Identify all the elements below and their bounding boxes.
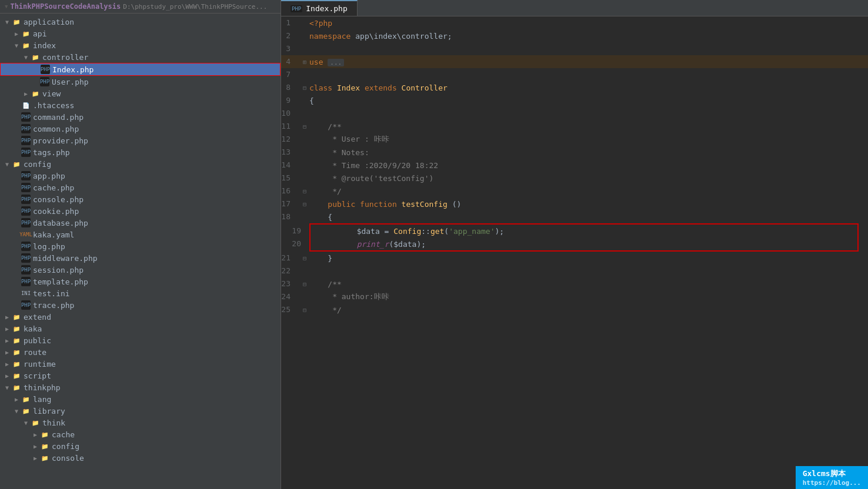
label-index: index (33, 41, 56, 50)
label-console-sub: console (52, 454, 84, 463)
code-line-15: 15 * @route('testConfig') (281, 172, 868, 185)
code-line-4: 4 ⊞ use ... (281, 55, 868, 68)
line-num-4: 4 (281, 55, 300, 68)
highlighted-code-block: 19 $data = Config::get('app_name'); 20 p… (309, 223, 859, 252)
tree-item-common-php[interactable]: PHP common.php (0, 123, 281, 135)
tree-item-index[interactable]: 📁 index (0, 39, 281, 51)
tree-item-config-sub[interactable]: 📁 config (0, 440, 281, 452)
folder-icon-public: 📁 (12, 336, 21, 345)
label-trace-php: trace.php (33, 301, 74, 310)
arrow-thinkphp (2, 384, 12, 391)
code-line-16: 16 ⊟ */ (281, 185, 868, 197)
label-view: view (42, 89, 61, 98)
tree-item-application[interactable]: 📁 application (0, 16, 281, 28)
tree-item-cookie-php[interactable]: PHP cookie.php (0, 205, 281, 217)
tree-item-extend[interactable]: 📁 extend (0, 311, 281, 323)
tree-item-library[interactable]: 📁 library (0, 405, 281, 417)
tree-item-log-php[interactable]: PHP log.php (0, 240, 281, 252)
line-content-2: namespace app\index\controller; (309, 32, 868, 41)
tree-item-public[interactable]: 📁 public (0, 334, 281, 346)
label-template-php: template.php (33, 277, 88, 286)
tree-item-trace-php[interactable]: PHP trace.php (0, 299, 281, 311)
line-num-14: 14 (281, 159, 300, 172)
tree-item-test-ini[interactable]: INI test.ini (0, 287, 281, 299)
line-num-2: 2 (281, 29, 300, 42)
arrow-script (2, 373, 12, 379)
code-line-13: 13 * Notes: (281, 146, 868, 159)
php-icon-console: PHP (21, 195, 31, 204)
code-line-24: 24 * author:咔咔 (281, 290, 868, 303)
line-content-4: use ... (309, 58, 868, 66)
tree-item-controller[interactable]: 📁 controller (0, 51, 281, 63)
yaml-icon-kaka: YAML (21, 230, 31, 239)
fold-21[interactable]: ⊟ (300, 255, 309, 262)
line-num-25: 25 (281, 303, 300, 316)
tab-index-php[interactable]: PHP Index.php (281, 0, 358, 16)
line-content-20: print_r($data); (320, 240, 857, 249)
fold-11[interactable]: ⊟ (300, 123, 309, 130)
tree-item-session-php[interactable]: PHP session.php (0, 264, 281, 276)
tree-item-database-php[interactable]: PHP database.php (0, 217, 281, 229)
fold-17[interactable]: ⊟ (300, 201, 309, 207)
tree-item-template-php[interactable]: PHP template.php (0, 276, 281, 287)
fold-23[interactable]: ⊟ (300, 281, 309, 287)
arrow-think (21, 420, 31, 426)
tree-item-api[interactable]: 📁 api (0, 28, 281, 39)
line-content-22 (309, 267, 868, 276)
label-index-php: Index.php (52, 65, 94, 74)
tree-item-console-sub[interactable]: 📁 console (0, 452, 281, 464)
label-config: config (24, 160, 51, 169)
tree-item-runtime[interactable]: 📁 runtime (0, 358, 281, 370)
label-config-sub: config (52, 442, 79, 451)
file-tree-sidebar[interactable]: ▼ ThinkPHPSourceCodeAnalysis D:\phpstudy… (0, 0, 281, 489)
line-num-13: 13 (281, 146, 300, 159)
php-icon-provider: PHP (21, 136, 31, 145)
arrow-public (2, 337, 12, 344)
code-content-area[interactable]: 1 <?php 2 namespace app\index\controller… (281, 16, 868, 489)
line-num-12: 12 (281, 133, 300, 146)
line-content-19: $data = Config::get('app_name'); (320, 227, 857, 236)
folder-icon-application: 📁 (12, 17, 21, 26)
label-route: route (24, 348, 46, 357)
tree-item-app-php[interactable]: PHP app.php (0, 170, 281, 182)
fold-16[interactable]: ⊟ (300, 188, 309, 195)
label-cookie-php: cookie.php (33, 207, 79, 216)
tree-item-cache-php[interactable]: PHP cache.php (0, 182, 281, 193)
php-icon-trace: PHP (21, 300, 31, 310)
tree-item-tags-php[interactable]: PHP tags.php (0, 146, 281, 158)
arrow-console-sub (31, 455, 40, 461)
tree-item-kaka-yaml[interactable]: YAML kaka.yaml (0, 229, 281, 240)
tree-item-htaccess[interactable]: 📄 .htaccess (0, 99, 281, 111)
fold-8[interactable]: ⊟ (300, 85, 309, 91)
folder-icon-script: 📁 (12, 371, 21, 380)
line-num-10: 10 (281, 107, 300, 120)
tree-item-provider-php[interactable]: PHP provider.php (0, 135, 281, 146)
line-content-18: { (309, 213, 868, 222)
fold-4[interactable]: ⊞ (300, 59, 309, 65)
tree-item-view[interactable]: 📁 view (0, 88, 281, 99)
code-editor: PHP Index.php 1 <?php 2 namespace app\in… (281, 0, 868, 489)
tree-item-thinkphp[interactable]: 📁 thinkphp (0, 381, 281, 393)
tree-item-index-php[interactable]: PHP Index.php (0, 63, 281, 76)
tree-item-console-php[interactable]: PHP console.php (0, 193, 281, 205)
tree-item-middleware-php[interactable]: PHP middleware.php (0, 252, 281, 264)
line-num-21: 21 (281, 252, 300, 264)
tree-item-think[interactable]: 📁 think (0, 417, 281, 428)
tree-item-user-php[interactable]: PHP User.php (0, 76, 281, 88)
tab-label: Index.php (306, 4, 347, 13)
tree-item-config[interactable]: 📁 config (0, 158, 281, 170)
tree-item-lang[interactable]: 📁 lang (0, 393, 281, 405)
watermark-label: Gxlcms脚本 (803, 468, 861, 479)
folder-icon-api: 📁 (21, 29, 31, 38)
php-icon-template: PHP (21, 277, 31, 286)
line-content-8: class Index extends Controller (309, 83, 868, 92)
tree-item-script[interactable]: 📁 script (0, 370, 281, 381)
label-lang: lang (33, 395, 51, 404)
code-line-8: 8 ⊟ class Index extends Controller (281, 81, 868, 94)
tree-item-command-php[interactable]: PHP command.php (0, 111, 281, 123)
arrow-api (12, 31, 21, 37)
tree-item-kaka[interactable]: 📁 kaka (0, 323, 281, 334)
tree-item-route[interactable]: 📁 route (0, 346, 281, 358)
fold-25[interactable]: ⊟ (300, 307, 309, 313)
tree-item-cache-sub[interactable]: 📁 cache (0, 428, 281, 440)
